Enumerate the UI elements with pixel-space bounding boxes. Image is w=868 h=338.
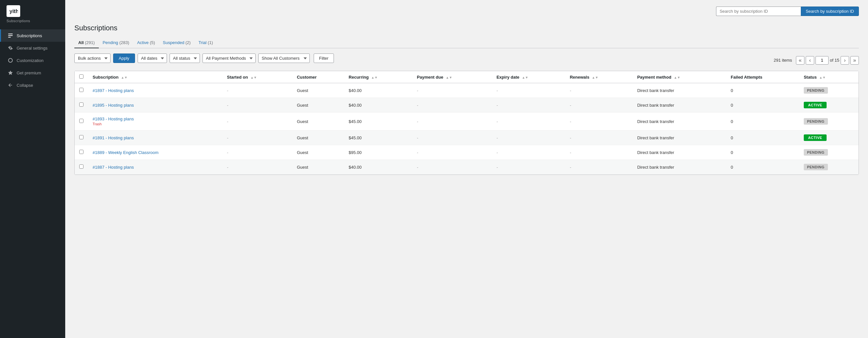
sidebar-item-label: Subscriptions bbox=[17, 33, 42, 38]
trash-label[interactable]: Trash bbox=[93, 122, 102, 126]
page-number-input[interactable] bbox=[815, 56, 829, 65]
svg-rect-2 bbox=[8, 35, 13, 36]
sidebar-logo: yith Subscriptions bbox=[0, 0, 65, 27]
sidebar: yith Subscriptions Subscriptions General… bbox=[0, 0, 65, 338]
subscription-link[interactable]: #1889 - Weekly English Classroom bbox=[93, 150, 218, 155]
sort-subscription-icon: ▲▼ bbox=[121, 76, 127, 79]
row-checkbox-cell[interactable] bbox=[75, 160, 88, 175]
subscription-link[interactable]: #1893 - Hosting plans bbox=[93, 117, 218, 121]
cell-renewals: - bbox=[565, 113, 632, 130]
th-recurring[interactable]: Recurring ▲▼ bbox=[344, 71, 412, 83]
filter-button[interactable]: Filter bbox=[314, 54, 334, 63]
sidebar-item-customization[interactable]: Customization bbox=[0, 54, 65, 67]
table-row: #1889 - Weekly English Classroom - Guest… bbox=[75, 145, 859, 160]
table-row: #1897 - Hosting plans - Guest $40.00 - -… bbox=[75, 83, 859, 98]
sidebar-item-subscriptions[interactable]: Subscriptions bbox=[0, 29, 65, 42]
tab-suspended[interactable]: Suspended (2) bbox=[159, 37, 194, 48]
search-area: Search by subscription ID bbox=[716, 6, 859, 16]
sort-renewals-icon: ▲▼ bbox=[592, 76, 598, 79]
cell-renewals: - bbox=[565, 130, 632, 145]
bulk-actions-select[interactable]: Bulk actions bbox=[74, 54, 111, 63]
status-badge: PENDING bbox=[804, 118, 828, 125]
th-renewals[interactable]: Renewals ▲▼ bbox=[565, 71, 632, 83]
th-select-all[interactable] bbox=[75, 71, 88, 83]
row-checkbox[interactable] bbox=[79, 150, 84, 154]
paint-icon bbox=[7, 57, 13, 63]
row-checkbox-cell[interactable] bbox=[75, 98, 88, 113]
tabs-bar: All (291) Pending (283) Active (5) Suspe… bbox=[74, 37, 859, 48]
th-payment-due[interactable]: Payment due ▲▼ bbox=[412, 71, 492, 83]
cell-expiry-date: - bbox=[492, 83, 565, 98]
search-button[interactable]: Search by subscription ID bbox=[801, 6, 859, 16]
row-checkbox[interactable] bbox=[79, 135, 84, 139]
cell-status: PENDING bbox=[799, 113, 859, 130]
cell-failed-attempts: 0 bbox=[726, 113, 799, 130]
row-checkbox[interactable] bbox=[79, 164, 84, 169]
last-page-button[interactable]: » bbox=[850, 56, 859, 65]
search-input[interactable] bbox=[716, 6, 801, 16]
cell-expiry-date: - bbox=[492, 145, 565, 160]
subscription-link[interactable]: #1887 - Hosting plans bbox=[93, 165, 218, 170]
cell-expiry-date: - bbox=[492, 98, 565, 113]
all-status-select[interactable]: All status bbox=[169, 54, 200, 63]
th-expiry-date[interactable]: Expiry date ▲▼ bbox=[492, 71, 565, 83]
page-of-label: of 15 bbox=[830, 58, 839, 63]
tab-pending[interactable]: Pending (283) bbox=[99, 37, 133, 48]
first-page-button[interactable]: « bbox=[796, 56, 804, 65]
cell-payment-method: Direct bank transfer bbox=[632, 130, 726, 145]
cell-payment-due: - bbox=[412, 130, 492, 145]
apply-button[interactable]: Apply bbox=[113, 54, 135, 63]
cell-renewals: - bbox=[565, 145, 632, 160]
row-checkbox-cell[interactable] bbox=[75, 130, 88, 145]
sort-started-icon: ▲▼ bbox=[250, 76, 257, 79]
select-all-checkbox[interactable] bbox=[79, 74, 84, 79]
items-count: 291 items bbox=[774, 58, 792, 63]
tab-trial[interactable]: Trial (1) bbox=[195, 37, 217, 48]
subscription-link[interactable]: #1895 - Hosting plans bbox=[93, 103, 218, 107]
show-all-customers-select[interactable]: Show All Customers bbox=[258, 54, 310, 63]
sidebar-item-collapse[interactable]: Collapse bbox=[0, 79, 65, 91]
status-badge: PENDING bbox=[804, 164, 828, 170]
th-payment-method[interactable]: Payment method ▲▼ bbox=[632, 71, 726, 83]
all-dates-select[interactable]: All dates bbox=[137, 54, 167, 63]
sidebar-item-label: Get premium bbox=[17, 70, 41, 75]
cell-subscription: #1889 - Weekly English Classroom bbox=[88, 145, 222, 160]
sort-payment-method-icon: ▲▼ bbox=[674, 76, 681, 79]
subscription-link[interactable]: #1897 - Hosting plans bbox=[93, 88, 218, 93]
row-checkbox[interactable] bbox=[79, 88, 84, 92]
cell-payment-due: - bbox=[412, 98, 492, 113]
all-payment-methods-select[interactable]: All Payment Methods bbox=[203, 54, 256, 63]
tab-all[interactable]: All (291) bbox=[74, 37, 99, 48]
prev-page-button[interactable]: ‹ bbox=[806, 56, 814, 65]
cell-subscription: #1887 - Hosting plans bbox=[88, 160, 222, 175]
row-checkbox-cell[interactable] bbox=[75, 83, 88, 98]
cell-customer: Guest bbox=[292, 145, 344, 160]
cell-recurring: $40.00 bbox=[344, 160, 412, 175]
th-started-on[interactable]: Started on ▲▼ bbox=[222, 71, 292, 83]
cell-payment-method: Direct bank transfer bbox=[632, 113, 726, 130]
cell-expiry-date: - bbox=[492, 113, 565, 130]
table-row: #1887 - Hosting plans - Guest $40.00 - -… bbox=[75, 160, 859, 175]
cell-status: PENDING bbox=[799, 145, 859, 160]
subscription-link[interactable]: #1891 - Hosting plans bbox=[93, 135, 218, 140]
row-checkbox-cell[interactable] bbox=[75, 145, 88, 160]
cell-expiry-date: - bbox=[492, 160, 565, 175]
cell-payment-method: Direct bank transfer bbox=[632, 83, 726, 98]
table-row: #1891 - Hosting plans - Guest $45.00 - -… bbox=[75, 130, 859, 145]
sidebar-nav: Subscriptions General settings Customiza… bbox=[0, 27, 65, 338]
sidebar-item-get-premium[interactable]: Get premium bbox=[0, 67, 65, 79]
status-badge: ACTIVE bbox=[804, 102, 827, 108]
cell-recurring: $40.00 bbox=[344, 83, 412, 98]
cell-recurring: $95.00 bbox=[344, 145, 412, 160]
next-page-button[interactable]: › bbox=[841, 56, 849, 65]
tab-active[interactable]: Active (5) bbox=[133, 37, 159, 48]
row-checkbox[interactable] bbox=[79, 102, 84, 107]
row-checkbox-cell[interactable] bbox=[75, 113, 88, 130]
status-badge: PENDING bbox=[804, 149, 828, 156]
row-checkbox[interactable] bbox=[79, 119, 84, 123]
th-subscription[interactable]: Subscription ▲▼ bbox=[88, 71, 222, 83]
th-status[interactable]: Status ▲▼ bbox=[799, 71, 859, 83]
sidebar-item-general-settings[interactable]: General settings bbox=[0, 42, 65, 54]
sort-payment-due-icon: ▲▼ bbox=[446, 76, 452, 79]
th-customer: Customer bbox=[292, 71, 344, 83]
